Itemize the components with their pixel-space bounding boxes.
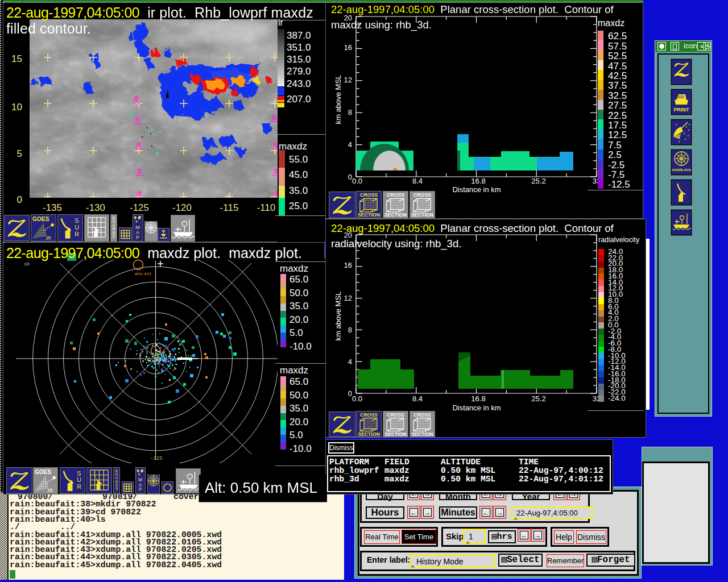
svg-text:who-est: who-est <box>135 272 151 276</box>
svg-text:P: P <box>136 235 139 240</box>
svg-text:SECTION: SECTION <box>411 431 433 436</box>
svg-text:R: R <box>75 231 79 238</box>
svg-text:CROSS: CROSS <box>387 412 404 418</box>
svg-text:CROSS: CROSS <box>360 192 378 198</box>
svg-text:SECTION: SECTION <box>411 213 433 218</box>
svg-text:SECTION: SECTION <box>358 213 380 218</box>
svg-text:R: R <box>77 483 81 490</box>
svg-text:GOES: GOES <box>35 469 51 475</box>
svg-text:SECTION: SECTION <box>358 431 379 436</box>
svg-text:S: S <box>113 234 115 238</box>
svg-text:CROSS: CROSS <box>387 192 404 198</box>
svg-text:CROSS: CROSS <box>413 412 431 418</box>
svg-text:U: U <box>77 476 81 483</box>
svg-text:U: U <box>75 224 79 231</box>
svg-text:GOES: GOES <box>32 216 49 222</box>
svg-text:P: P <box>139 487 142 492</box>
svg-text:S: S <box>77 470 81 477</box>
svg-text:-125: -125 <box>150 456 163 462</box>
svg-text:OVERLAYS: OVERLAYS <box>672 168 690 172</box>
svg-text:.IR: .IR <box>44 235 51 241</box>
svg-text:CROSS: CROSS <box>413 192 431 198</box>
svg-text:10: 10 <box>24 261 30 267</box>
svg-text:.IR: .IR <box>47 488 53 493</box>
svg-text:SECTION: SECTION <box>384 213 407 218</box>
svg-text:b>-125-6: b>-125-6 <box>147 357 166 362</box>
svg-text:PRINT: PRINT <box>674 107 690 113</box>
svg-text:CROSS: CROSS <box>360 412 378 418</box>
svg-text:S: S <box>115 487 118 490</box>
svg-text:SECTION: SECTION <box>384 431 406 436</box>
svg-text:S: S <box>75 217 78 224</box>
